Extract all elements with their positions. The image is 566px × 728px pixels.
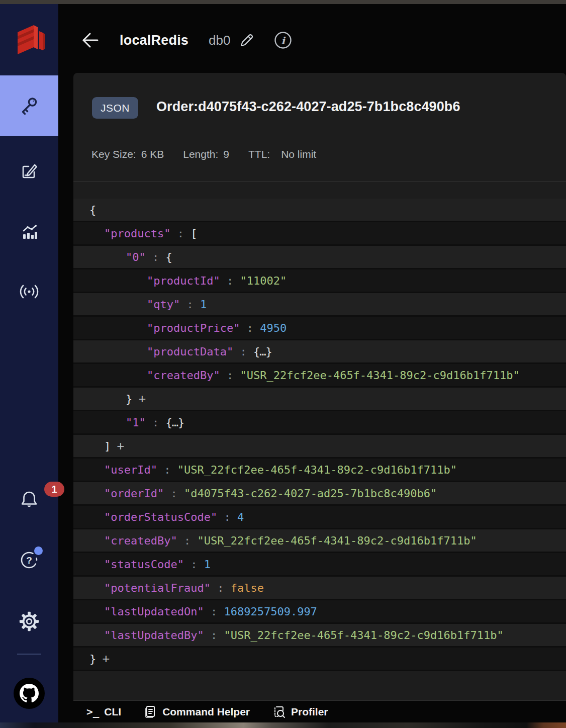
json-token-bracket: [ — [191, 227, 197, 240]
json-row[interactable]: "lastUpdatedOn" : 1689257509.997 — [73, 600, 566, 624]
json-token-string: "d4075f43-c262-4027-ad25-7b1bc8c490b6" — [184, 487, 437, 500]
settings-gear-icon — [17, 609, 41, 633]
json-row[interactable]: "productData" : {…} — [73, 340, 566, 364]
github-icon — [14, 678, 45, 709]
expand-plus-button[interactable]: + — [102, 651, 110, 667]
key-details-panel: JSON Order:d4075f43-c262-4027-ad25-7b1bc… — [73, 73, 566, 700]
json-row[interactable]: { — [73, 199, 566, 222]
sidebar-item-help[interactable]: ? — [0, 548, 58, 572]
json-row[interactable]: "potentialFraud" : false — [73, 577, 566, 600]
help-notification-dot — [34, 547, 43, 555]
sidebar-item-analytics[interactable] — [0, 220, 58, 244]
json-token-key: "1" — [126, 416, 146, 429]
json-token-number: 1 — [200, 298, 207, 311]
cli-button[interactable]: >_ CLI — [86, 706, 121, 718]
json-token-key: "productId" — [147, 275, 220, 287]
json-token-number: 1 — [204, 558, 211, 571]
json-token-punct: : — [217, 511, 237, 523]
sidebar-item-notifications[interactable]: 1 — [0, 488, 58, 512]
json-token-punct: : — [170, 227, 191, 240]
panel-divider — [73, 181, 566, 181]
json-row[interactable]: "lastUpdatedBy" : "USR_22fcf2ee-465f-434… — [73, 624, 566, 648]
json-token-string: "USR_22fcf2ee-465f-4341-89c2-c9d16b1f711… — [240, 369, 519, 382]
redis-logo — [0, 18, 58, 63]
json-token-key: "productData" — [147, 345, 233, 358]
json-row[interactable]: "1" : {…} — [73, 411, 566, 435]
json-token-key: "qty" — [147, 298, 180, 311]
window-top-strip — [0, 0, 566, 4]
json-token-bracket: { — [89, 204, 96, 216]
json-row[interactable]: }+ — [73, 388, 566, 411]
edit-db-alias-button[interactable] — [238, 32, 255, 49]
json-token-bracket: { — [166, 251, 172, 263]
help-icon: ? — [17, 548, 41, 572]
json-token-collapsed[interactable]: {…} — [253, 345, 272, 358]
key-meta-row: Key Size: 6 KB Length: 9 TTL: No limit — [91, 148, 335, 160]
svg-text:i: i — [281, 35, 287, 47]
json-token-key: "lastUpdatedOn" — [104, 605, 204, 618]
json-token-bool: false — [231, 582, 264, 594]
json-token-key: "createdBy" — [147, 369, 220, 382]
notification-badge: 1 — [44, 482, 64, 497]
sidebar-item-pubsub[interactable] — [0, 280, 58, 304]
json-row[interactable]: "productId" : "11002" — [73, 269, 566, 293]
json-token-key: "lastUpdatedBy" — [104, 629, 204, 642]
json-token-bracket: } — [126, 393, 132, 405]
json-token-punct: : — [184, 558, 204, 571]
back-button[interactable] — [79, 30, 100, 50]
json-token-number: 4950 — [260, 322, 287, 334]
expand-plus-button[interactable]: + — [138, 391, 146, 407]
json-token-key: "0" — [126, 251, 146, 263]
profiler-button[interactable]: Profiler — [272, 705, 328, 719]
json-row[interactable]: "orderId" : "d4075f43-c262-4027-ad25-7b1… — [73, 482, 566, 506]
notifications-bell-icon: 1 — [17, 488, 41, 512]
key-ttl[interactable]: TTL: No limit — [248, 148, 316, 160]
pencil-icon — [238, 32, 255, 49]
db-name: localRedis — [120, 33, 188, 48]
json-token-punct: : — [211, 582, 231, 594]
json-token-punct: : — [146, 416, 166, 429]
command-helper-button[interactable]: Command Helper — [143, 705, 250, 719]
json-row[interactable]: "productPrice" : 4950 — [73, 317, 566, 340]
db-info-button[interactable]: i — [273, 31, 293, 50]
json-row[interactable]: "userId" : "USR_22fcf2ee-465f-4341-89c2-… — [73, 459, 566, 482]
analytics-icon — [17, 220, 41, 244]
pubsub-icon — [17, 280, 41, 304]
sidebar-divider — [17, 654, 41, 655]
profiler-magnifier-icon — [272, 705, 286, 719]
json-token-number: 1689257509.997 — [224, 605, 317, 618]
json-token-collapsed[interactable]: {…} — [166, 416, 184, 429]
sidebar-item-github[interactable] — [0, 678, 58, 709]
json-row[interactable]: "createdBy" : "USR_22fcf2ee-465f-4341-89… — [73, 529, 566, 553]
json-token-punct: : — [220, 275, 240, 287]
json-row[interactable]: "qty" : 1 — [73, 293, 566, 317]
json-token-string: "11002" — [240, 275, 287, 287]
json-row[interactable]: }+ — [73, 648, 566, 671]
json-row[interactable]: "orderStatusCode" : 4 — [73, 506, 566, 529]
json-token-key: "statusCode" — [104, 558, 184, 571]
json-token-punct: : — [180, 298, 200, 311]
redis-logo-icon — [12, 21, 47, 60]
json-row[interactable]: "statusCode" : 1 — [73, 553, 566, 577]
sidebar-item-workbench[interactable] — [0, 159, 58, 183]
json-token-string: "USR_22fcf2ee-465f-4341-89c2-c9d16b1f711… — [224, 629, 503, 642]
json-row[interactable]: "0" : { — [73, 246, 566, 269]
json-rows: {"products" : ["0" : {"productId" : "110… — [73, 199, 566, 671]
json-token-punct: : — [157, 464, 177, 476]
key-size: Key Size: 6 KB — [91, 148, 164, 160]
expand-plus-button[interactable]: + — [117, 438, 124, 454]
json-token-bracket: } — [89, 653, 96, 665]
json-row[interactable]: ]+ — [73, 435, 566, 459]
key-name: Order:d4075f43-c262-4027-ad25-7b1bc8c490… — [156, 99, 460, 115]
json-row[interactable]: "products" : [ — [73, 222, 566, 246]
info-icon: i — [273, 31, 293, 50]
json-token-key: "products" — [104, 227, 170, 240]
sidebar-item-settings[interactable] — [0, 609, 58, 633]
browser-key-icon — [17, 94, 41, 118]
json-token-key: "userId" — [104, 464, 157, 476]
json-token-bracket: ] — [104, 440, 111, 452]
json-token-string: "USR_22fcf2ee-465f-4341-89c2-c9d16b1f711… — [197, 534, 477, 547]
sidebar-item-browser[interactable] — [0, 75, 58, 136]
json-row[interactable]: "createdBy" : "USR_22fcf2ee-465f-4341-89… — [73, 364, 566, 388]
json-token-number: 4 — [237, 511, 244, 523]
